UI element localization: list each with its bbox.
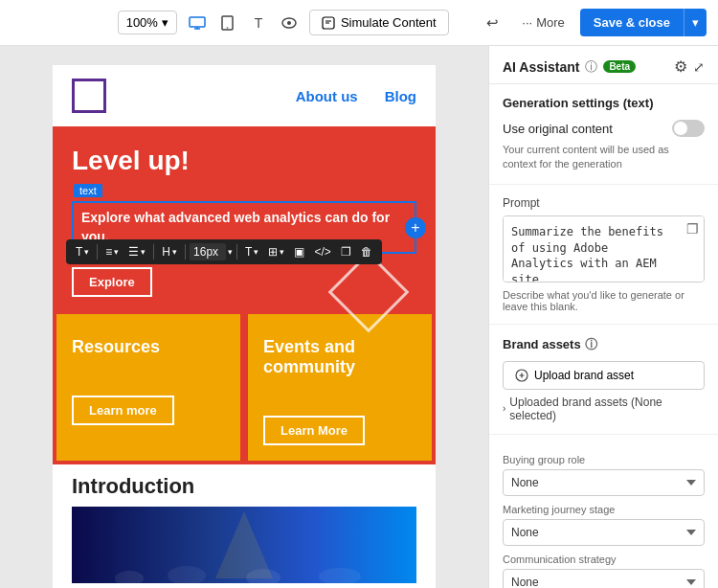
comm-select[interactable]: None (503, 569, 705, 588)
nav-blog[interactable]: Blog (385, 88, 416, 104)
resources-title: Resources (72, 337, 225, 357)
diamond-decoration (340, 263, 397, 321)
info-icon[interactable]: ⓘ (585, 58, 597, 76)
section-title: Generation settings (text) (503, 96, 705, 110)
zoom-select[interactable]: 100% ▾ (118, 11, 177, 34)
ft-separator-4 (236, 244, 237, 260)
generation-settings-section: Generation settings (text) Use original … (489, 84, 718, 185)
intro-title: Introduction (72, 474, 416, 499)
page-nav: About us Blog (53, 65, 436, 126)
uploaded-assets-row[interactable]: › Uploaded brand assets (None selected) (503, 396, 705, 422)
events-learn-more-button[interactable]: Learn More (263, 416, 365, 445)
save-close-dropdown-button[interactable]: ▾ (684, 9, 707, 36)
svg-rect-0 (190, 17, 205, 27)
resources-learn-more-button[interactable]: Learn more (72, 396, 174, 425)
prompt-area: ❐ (503, 215, 705, 285)
nav-logo (72, 79, 106, 113)
buying-group-label: Buying group role (503, 454, 705, 465)
resources-card: Resources Learn more (56, 314, 240, 461)
toggle-label: Use original content (503, 122, 613, 136)
panel-settings-icon[interactable]: ⚙ (674, 57, 687, 76)
chevron-down-icon: ▾ (162, 15, 168, 30)
uploaded-assets-label: Uploaded brand assets (None selected) (509, 396, 705, 422)
brand-assets-label: Brand assets (503, 337, 581, 351)
add-element-button[interactable]: + (405, 217, 426, 238)
events-card: Events and community Learn More (248, 314, 432, 461)
use-original-toggle[interactable] (672, 120, 705, 137)
brand-assets-header: Brand assets ⓘ (503, 336, 705, 353)
ft-embed-btn[interactable]: ▣ (290, 243, 308, 260)
hero-title: Level up! (72, 146, 416, 176)
panel-title-group: AI Assistant ⓘ Beta (503, 58, 636, 76)
brand-assets-info-icon[interactable]: ⓘ (585, 336, 597, 353)
floating-toolbar: T ▾ ≡ ▾ ☰ ▾ H ▾ (66, 239, 382, 264)
ft-align-btn[interactable]: ≡ ▾ (101, 243, 123, 260)
upload-brand-asset-button[interactable]: Upload brand asset (503, 361, 705, 390)
prompt-hint: Describe what you'd like to generate or … (503, 289, 705, 312)
toolbar-right: ↩ ··· More Save & close ▾ (478, 9, 707, 37)
simulate-content-button[interactable]: Simulate Content (309, 10, 449, 35)
ft-image-btn[interactable]: ⊞ ▾ (264, 243, 288, 260)
ft-copy-btn[interactable]: ❐ (337, 243, 355, 260)
chevron-right-icon: › (503, 403, 505, 414)
form-fields-section: Buying group role None Marketing journey… (489, 435, 718, 588)
marketing-label: Marketing journey stage (503, 504, 705, 515)
panel-header: AI Assistant ⓘ Beta ⚙ ⤢ (489, 46, 718, 84)
ft-code-btn[interactable]: </> (310, 243, 334, 260)
explore-button[interactable]: Explore (72, 267, 152, 297)
brand-assets-section: Brand assets ⓘ Upload brand asset › Uplo… (489, 325, 718, 435)
prompt-textarea[interactable] (503, 215, 705, 283)
toggle-row: Use original content (503, 120, 705, 137)
desktop-icon[interactable] (183, 9, 212, 37)
svg-point-4 (227, 27, 229, 29)
comm-label: Communication strategy (503, 554, 705, 565)
ft-separator-3 (185, 244, 186, 260)
nav-about-us[interactable]: About us (296, 88, 358, 104)
hero-section: Level up! T ▾ ≡ ▾ ☰ ▾ (53, 126, 436, 310)
eye-icon[interactable] (275, 9, 303, 37)
ft-separator-1 (97, 244, 98, 260)
ft-text-chevron: ▾ (84, 247, 89, 257)
beta-badge: Beta (603, 60, 636, 73)
ft-text2-btn[interactable]: T ▾ (241, 243, 262, 260)
buying-group-select[interactable]: None (503, 469, 705, 496)
ft-size-input[interactable] (190, 243, 226, 260)
save-close-button[interactable]: Save & close (580, 9, 684, 36)
prompt-label: Prompt (503, 196, 705, 210)
toolbar-center: 100% ▾ T Simulate Content (118, 9, 449, 37)
upload-btn-label: Upload brand asset (534, 369, 634, 382)
canvas-area: About us Blog Level up! T ▾ (0, 46, 488, 588)
ft-text-btn[interactable]: T ▾ (72, 243, 93, 260)
device-icons: T (183, 9, 303, 37)
top-toolbar: 100% ▾ T Simulate Content ↩ ··· More (0, 0, 718, 46)
upload-icon (515, 369, 528, 382)
ft-heading-btn[interactable]: H ▾ (158, 243, 181, 260)
prompt-copy-icon[interactable]: ❐ (686, 221, 699, 237)
ft-separator-2 (153, 244, 154, 260)
more-button[interactable]: ··· More (514, 11, 572, 34)
nav-links: About us Blog (296, 88, 416, 104)
tablet-icon[interactable] (213, 9, 242, 37)
more-label: More (536, 15, 565, 30)
panel-title: AI Assistant (503, 59, 579, 75)
main-area: About us Blog Level up! T ▾ (0, 46, 718, 588)
text-label-tag: text (74, 184, 102, 197)
toggle-hint-text: Your current content will be used as con… (503, 143, 705, 172)
right-panel: AI Assistant ⓘ Beta ⚙ ⤢ Generation setti… (488, 46, 718, 588)
panel-expand-icon[interactable]: ⤢ (693, 59, 705, 75)
ft-delete-btn[interactable]: 🗑 (357, 243, 376, 260)
marketing-select[interactable]: None (503, 519, 705, 546)
intro-image (72, 507, 416, 583)
simulate-label: Simulate Content (341, 15, 437, 30)
intro-section: Introduction (53, 464, 436, 588)
zoom-value: 100% (126, 15, 158, 30)
save-close-group: Save & close ▾ (580, 9, 707, 36)
ft-list-btn[interactable]: ☰ ▾ (124, 243, 149, 260)
undo-button[interactable]: ↩ (478, 9, 506, 37)
toggle-knob (674, 122, 687, 135)
page-frame: About us Blog Level up! T ▾ (53, 65, 436, 588)
type-icon[interactable]: T (244, 9, 273, 37)
resources-grid: Resources Learn more Events and communit… (53, 310, 436, 464)
svg-point-6 (287, 21, 291, 25)
save-close-label: Save & close (594, 15, 670, 30)
